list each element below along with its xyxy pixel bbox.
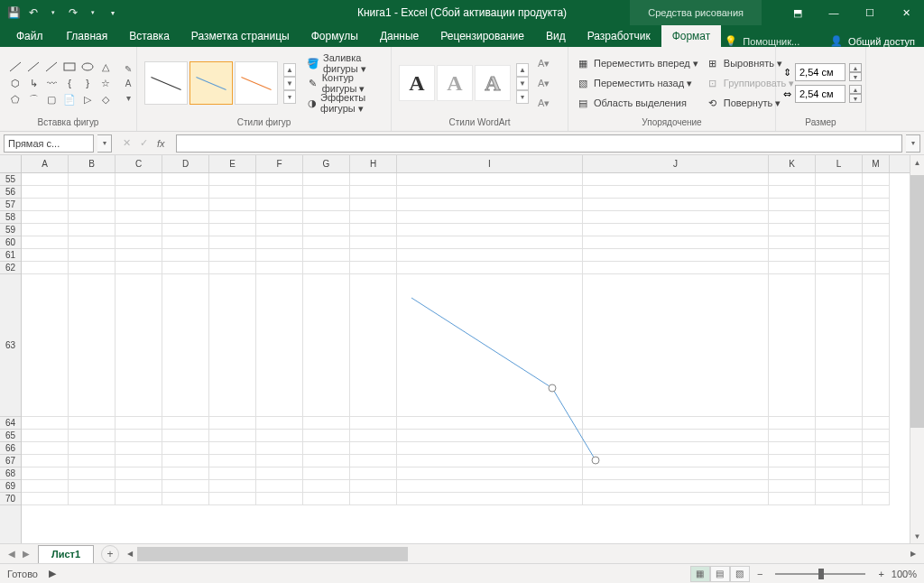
cell-F62[interactable] <box>256 262 303 274</box>
cancel-formula-icon[interactable]: ✕ <box>123 137 131 149</box>
undo-icon[interactable]: ↶ <box>27 6 40 19</box>
minimize-button[interactable]: — <box>816 0 852 25</box>
cell-A63[interactable] <box>22 274 69 417</box>
tab-file[interactable]: Файл <box>4 25 56 47</box>
row-header-58[interactable]: 58 <box>0 211 21 224</box>
fx-icon[interactable]: fx <box>157 138 165 149</box>
shape-style-gallery[interactable] <box>144 61 278 105</box>
col-header-G[interactable]: G <box>303 155 350 172</box>
cell-D62[interactable] <box>162 262 209 274</box>
cell-G70[interactable] <box>303 493 350 505</box>
cell-E62[interactable] <box>209 262 256 274</box>
cell-D66[interactable] <box>162 442 209 455</box>
col-header-B[interactable]: B <box>69 155 116 172</box>
cell-I67[interactable] <box>397 455 583 467</box>
qat-customize-icon[interactable]: ▾ <box>106 6 119 19</box>
row-header-57[interactable]: 57 <box>0 199 21 211</box>
tab-view[interactable]: Вид <box>535 25 577 47</box>
cell-F65[interactable] <box>256 430 303 442</box>
shape-triangle-icon[interactable]: ▷ <box>79 92 96 106</box>
cell-A61[interactable] <box>22 249 69 262</box>
width-input[interactable]: 2,54 см <box>795 85 845 103</box>
zoom-in-icon[interactable]: + <box>878 569 883 579</box>
cell-A67[interactable] <box>22 455 69 467</box>
cell-K65[interactable] <box>769 430 816 442</box>
text-outline-button[interactable]: A▾ <box>538 74 550 92</box>
cell-D65[interactable] <box>162 430 209 442</box>
cell-D57[interactable] <box>162 199 209 211</box>
cell-I66[interactable] <box>397 442 583 455</box>
share-button[interactable]: 👤 Общий доступ <box>830 35 915 47</box>
cell-G57[interactable] <box>303 199 350 211</box>
style-more-icon[interactable]: ▾ <box>283 90 296 104</box>
shape-outline-button[interactable]: ✎Контур фигуры ▾ <box>307 74 383 92</box>
scroll-left-icon[interactable]: ◀ <box>123 547 137 561</box>
style-down-icon[interactable]: ▼ <box>283 77 296 90</box>
cell-B69[interactable] <box>69 480 116 493</box>
row-header-59[interactable]: 59 <box>0 224 21 236</box>
cell-G67[interactable] <box>303 455 350 467</box>
cell-M69[interactable] <box>863 480 890 493</box>
page-break-view-icon[interactable]: ▧ <box>730 566 750 582</box>
cell-J70[interactable] <box>583 493 769 505</box>
cell-L64[interactable] <box>816 417 863 430</box>
cell-C62[interactable] <box>116 262 162 274</box>
cell-F68[interactable] <box>256 467 303 480</box>
cell-K58[interactable] <box>769 211 816 224</box>
cell-F64[interactable] <box>256 417 303 430</box>
cell-D59[interactable] <box>162 224 209 236</box>
cell-H64[interactable] <box>350 417 397 430</box>
maximize-button[interactable]: ☐ <box>852 0 888 25</box>
cell-K70[interactable] <box>769 493 816 505</box>
shape-gallery[interactable]: △ ⬡ ↳ 〰 { } ☆ ⬠ ⌒ ▢ 📄 ▷ ◇ <box>7 60 114 106</box>
cells-grid[interactable] <box>22 173 910 505</box>
cell-G55[interactable] <box>303 173 350 186</box>
select-all-corner[interactable] <box>0 155 21 173</box>
row-header-55[interactable]: 55 <box>0 173 21 186</box>
tab-developer[interactable]: Разработчик <box>577 25 661 47</box>
cell-H55[interactable] <box>350 173 397 186</box>
cell-M56[interactable] <box>863 186 890 199</box>
cell-I61[interactable] <box>397 249 583 262</box>
cell-A68[interactable] <box>22 467 69 480</box>
shape-diamond-icon[interactable]: ◇ <box>97 92 114 106</box>
cell-F66[interactable] <box>256 442 303 455</box>
cell-E56[interactable] <box>209 186 256 199</box>
col-header-J[interactable]: J <box>583 155 769 172</box>
cell-F60[interactable] <box>256 236 303 249</box>
cell-J57[interactable] <box>583 199 769 211</box>
cell-I59[interactable] <box>397 224 583 236</box>
cell-E65[interactable] <box>209 430 256 442</box>
cell-K56[interactable] <box>769 186 816 199</box>
shape-roundrect-icon[interactable]: ▢ <box>43 92 60 106</box>
col-header-F[interactable]: F <box>256 155 303 172</box>
cell-L68[interactable] <box>816 467 863 480</box>
cell-M57[interactable] <box>863 199 890 211</box>
expand-formula-bar-icon[interactable]: ▾ <box>906 134 920 153</box>
row-header-69[interactable]: 69 <box>0 480 21 493</box>
cell-B55[interactable] <box>69 173 116 186</box>
cell-C57[interactable] <box>116 199 162 211</box>
cell-A65[interactable] <box>22 430 69 442</box>
cell-C55[interactable] <box>116 173 162 186</box>
cell-J65[interactable] <box>583 430 769 442</box>
page-layout-view-icon[interactable]: ▤ <box>710 566 730 582</box>
wordart-preset-3[interactable]: A <box>475 65 511 101</box>
wordart-gallery[interactable]: A A A <box>399 65 511 101</box>
shape-triangle-up-icon[interactable]: △ <box>97 60 114 74</box>
cell-M65[interactable] <box>863 430 890 442</box>
cell-E70[interactable] <box>209 493 256 505</box>
cell-J64[interactable] <box>583 417 769 430</box>
cell-A60[interactable] <box>22 236 69 249</box>
cell-F58[interactable] <box>256 211 303 224</box>
cell-G63[interactable] <box>303 274 350 417</box>
cell-F61[interactable] <box>256 249 303 262</box>
cell-E60[interactable] <box>209 236 256 249</box>
cell-A55[interactable] <box>22 173 69 186</box>
cell-C60[interactable] <box>116 236 162 249</box>
wordart-up-icon[interactable]: ▲ <box>516 63 529 77</box>
cell-E64[interactable] <box>209 417 256 430</box>
cell-J63[interactable] <box>583 274 769 417</box>
scroll-up-icon[interactable]: ▲ <box>910 155 924 170</box>
shape-effects-button[interactable]: ◑Эффекты фигуры ▾ <box>307 94 383 112</box>
